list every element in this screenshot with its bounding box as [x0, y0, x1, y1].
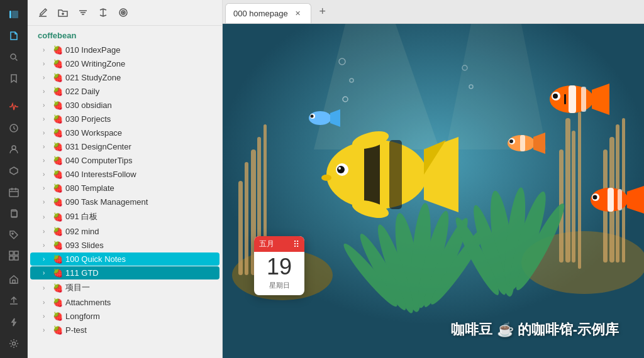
calendar-header: 五月 ⠿ [254, 236, 304, 252]
tab-label: 000 homepage [233, 9, 288, 18]
svg-point-55 [338, 167, 341, 170]
emoji-icon: 🍓 [53, 254, 63, 264]
tab-000-homepage[interactable]: 000 homepage ✕ [225, 3, 311, 23]
grid-icon[interactable] [4, 246, 24, 265]
sidebar-item-031[interactable]: › 🍓 031 DesignCenter [30, 140, 219, 153]
home-icon[interactable] [4, 270, 24, 289]
svg-point-65 [553, 94, 558, 99]
svg-rect-27 [238, 181, 243, 275]
chevron-icon: › [43, 129, 52, 136]
sidebar-item-080[interactable]: › 🍓 080 Template [30, 182, 219, 195]
tab-close-button[interactable]: ✕ [293, 8, 303, 18]
sidebar-item-093[interactable]: › 🍓 093 Slides [30, 239, 219, 252]
svg-rect-9 [9, 251, 13, 255]
svg-rect-69 [608, 188, 614, 212]
upload-icon[interactable] [4, 291, 24, 310]
root-label: coffebean [28, 28, 222, 43]
svg-rect-67 [564, 94, 566, 104]
sidebar-item-092[interactable]: › 🍓 092 mind [30, 225, 219, 238]
emoji-icon: 🍓 [53, 73, 63, 82]
new-note-button[interactable] [35, 5, 50, 20]
chevron-icon: › [43, 299, 52, 306]
chevron-icon: › [43, 327, 52, 334]
svg-rect-70 [618, 189, 622, 210]
svg-point-76 [311, 115, 314, 118]
bookmark-icon[interactable] [4, 69, 24, 88]
sidebar-item-040c[interactable]: › 🍓 040 ComputerTips [30, 154, 219, 167]
emoji-icon: 🍓 [53, 59, 63, 68]
target-button[interactable] [116, 5, 131, 20]
calendar-grid-icon: ⠿ [293, 239, 299, 249]
toggle-sidebar-icon[interactable] [4, 5, 24, 24]
chevron-icon: › [43, 171, 52, 178]
emoji-icon: 🍓 [53, 241, 63, 250]
svg-marker-5 [10, 167, 18, 175]
svg-rect-0 [9, 11, 11, 18]
sidebar-item-111[interactable]: › 🍓 111 GTD [30, 266, 219, 279]
aquarium-scene [223, 24, 644, 358]
svg-point-72 [593, 195, 597, 200]
new-tab-button[interactable]: + [314, 3, 331, 21]
emoji-icon: 🍓 [53, 100, 63, 110]
sidebar-item-label: 030 obsidian [65, 100, 214, 110]
collapse-button[interactable] [96, 5, 111, 20]
sidebar-item-ptest[interactable]: › 🍓 P-test [30, 323, 219, 337]
sidebar-item-att[interactable]: › 🍓 Attachments [30, 296, 219, 309]
calendar-widget: 五月 ⠿ 19 星期日 [254, 236, 304, 295]
sidebar-item-010[interactable]: › 🍓 010 IndexPage [30, 43, 219, 57]
sidebar-item-030w[interactable]: › 🍓 030 Workspace [30, 126, 219, 139]
sidebar-item-030p[interactable]: › 🍓 030 Porjects [30, 112, 219, 126]
svg-rect-29 [572, 131, 575, 263]
sidebar-item-021[interactable]: › 🍓 021 StudyZone [30, 71, 219, 84]
emoji-icon: 🍓 [53, 197, 63, 207]
svg-point-8 [12, 233, 13, 234]
sidebar-item-040i[interactable]: › 🍓 040 InterestsFollow [30, 168, 219, 181]
new-folder-button[interactable] [55, 5, 70, 20]
tag-icon[interactable] [4, 225, 24, 244]
emoji-icon: 🍓 [53, 212, 63, 222]
sidebar-item-label: 090 Task Management [65, 197, 214, 207]
chevron-icon: › [43, 269, 52, 276]
svg-rect-25 [245, 162, 248, 275]
files-icon[interactable] [4, 26, 24, 45]
chevron-icon: › [43, 102, 52, 109]
sidebar-item-100[interactable]: › 🍓 100 Quick Notes [30, 252, 219, 266]
content-area: 五月 ⠿ 19 星期日 咖啡豆 ☕ 的咖啡馆-示例库 [223, 24, 644, 358]
sidebar-item-020[interactable]: › 🍓 020 WritingZone [30, 57, 219, 70]
sidebar-item-label: Attachments [65, 298, 214, 307]
emoji-icon: 🍓 [53, 183, 63, 193]
svg-point-4 [12, 146, 16, 149]
pulse-icon[interactable] [4, 97, 24, 116]
sidebar-item-091[interactable]: › 🍓 091 白板 [30, 209, 219, 224]
sidebar-file-tree: coffebean › 🍓 010 IndexPage › 🍓 020 Writ… [28, 26, 222, 358]
copy-icon[interactable] [4, 204, 24, 223]
emoji-icon: 🍓 [53, 298, 63, 307]
sort-button[interactable] [75, 5, 91, 20]
sidebar-item-090[interactable]: › 🍓 090 Task Management [30, 195, 219, 209]
svg-rect-82 [520, 135, 525, 151]
hex-icon[interactable] [4, 161, 24, 180]
sidebar-item-xiang[interactable]: › 🍓 项目一 [30, 280, 219, 295]
person-icon[interactable] [4, 140, 24, 159]
calendar-day: 19 [259, 254, 299, 279]
sidebar-item-030o[interactable]: › 🍓 030 obsidian [30, 99, 219, 112]
chevron-icon: › [43, 46, 52, 53]
icon-bar [0, 0, 28, 358]
sidebar: coffebean › 🍓 010 IndexPage › 🍓 020 Writ… [28, 0, 223, 358]
sidebar-item-label: 项目一 [65, 282, 214, 293]
svg-rect-31 [578, 112, 581, 269]
clock-icon[interactable] [4, 119, 24, 138]
emoji-icon: 🍓 [53, 128, 63, 138]
sidebar-item-long[interactable]: › 🍓 Longform [30, 310, 219, 323]
settings-icon[interactable] [4, 334, 24, 353]
lightning-icon[interactable] [4, 313, 24, 332]
svg-rect-13 [13, 280, 15, 283]
search-icon[interactable] [4, 48, 24, 67]
svg-rect-51 [364, 140, 380, 209]
calendar-icon[interactable] [4, 183, 24, 202]
sidebar-item-022[interactable]: › 🍓 022 Daily [30, 85, 219, 98]
calendar-month: 五月 [259, 239, 274, 249]
calendar-body: 19 星期日 [254, 252, 304, 295]
sidebar-item-label: 111 GTD [65, 268, 214, 278]
svg-point-17 [123, 12, 124, 13]
